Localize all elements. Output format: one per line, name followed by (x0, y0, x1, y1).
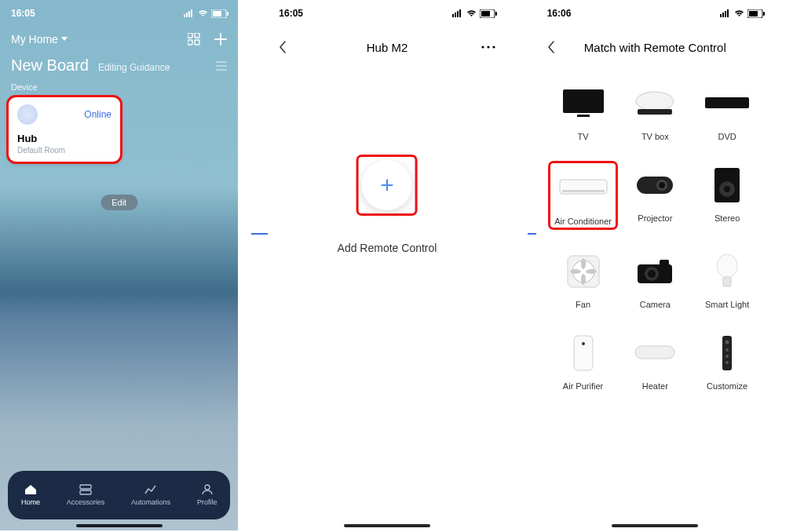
device-type-dvd[interactable]: DVD (694, 82, 760, 141)
svg-point-48 (570, 269, 581, 274)
svg-rect-11 (80, 485, 91, 489)
top-bar: My Home (0, 22, 238, 52)
edit-button[interactable]: Edit (100, 195, 137, 210)
svg-rect-27 (727, 9, 729, 17)
add-remote-label: Add Remote Control (338, 242, 437, 254)
svg-rect-56 (574, 336, 593, 370)
tab-profile-label: Profile (197, 498, 217, 506)
back-button[interactable] (547, 41, 561, 53)
signal-icon (720, 9, 731, 17)
screen-hub-m2: 16:05 Hub M2 + Add Remote Control (268, 0, 506, 530)
device-status: Online (84, 109, 111, 120)
ac-icon (556, 166, 611, 210)
status-icons (184, 9, 228, 18)
svg-rect-37 (562, 190, 605, 192)
more-button[interactable] (481, 46, 495, 49)
tab-home[interactable]: Home (21, 484, 40, 506)
svg-rect-16 (457, 11, 459, 17)
grid-icon[interactable] (188, 33, 200, 46)
svg-rect-3 (191, 9, 192, 17)
device-type-camera[interactable]: Camera (622, 250, 688, 309)
device-type-customize[interactable]: Customize (694, 331, 760, 391)
plus-icon[interactable] (214, 33, 227, 46)
device-type-smart-light[interactable]: Smart Light (694, 250, 760, 309)
nav-bar: Match with Remote Control (536, 22, 774, 58)
device-type-fan[interactable]: Fan (550, 250, 616, 309)
wifi-icon (198, 9, 208, 17)
svg-point-57 (582, 342, 585, 345)
signal-icon (452, 9, 463, 17)
device-type-air-purifier[interactable]: Air Purifier (550, 331, 616, 391)
screen-home: 16:05 My Home New Board Editing Guidance… (0, 0, 238, 530)
customize-icon (700, 331, 755, 375)
chevron-down-icon (61, 37, 68, 42)
device-room: Default Room (17, 146, 111, 155)
svg-point-13 (205, 485, 210, 490)
stereo-icon (700, 163, 755, 207)
device-type-air-conditioner[interactable]: Air Conditioner (550, 163, 616, 228)
back-button[interactable] (279, 41, 293, 53)
tab-automations[interactable]: Automations (131, 484, 170, 506)
hub-icon (17, 104, 38, 125)
svg-point-49 (586, 269, 597, 274)
wifi-icon (734, 9, 744, 17)
battery-icon (747, 9, 765, 18)
wifi-icon (466, 9, 477, 17)
svg-rect-15 (455, 13, 456, 17)
profile-icon (200, 484, 214, 495)
status-time: 16:05 (11, 8, 35, 19)
svg-point-54 (717, 254, 737, 278)
add-remote-button[interactable]: + (362, 160, 412, 210)
status-bar: 16:06 (536, 0, 774, 22)
svg-rect-29 (749, 11, 758, 16)
tab-profile[interactable]: Profile (197, 484, 217, 506)
svg-rect-34 (638, 109, 672, 115)
home-selector[interactable]: My Home (11, 33, 68, 46)
battery-icon (211, 9, 228, 18)
svg-rect-20 (495, 12, 497, 16)
heater-icon (627, 331, 682, 375)
home-indicator (344, 524, 430, 527)
tab-home-label: Home (21, 498, 40, 506)
svg-point-33 (636, 92, 674, 111)
tab-bar: Home Accessories Automations Profile (8, 471, 230, 519)
device-type-tvbox[interactable]: TV box (622, 82, 688, 141)
page-title: Hub M2 (367, 41, 408, 54)
device-type-stereo[interactable]: Stereo (694, 163, 760, 228)
status-icons (720, 9, 765, 18)
dvd-icon (700, 82, 755, 126)
status-bar: 16:05 (268, 0, 506, 22)
nav-bar: Hub M2 (268, 22, 506, 58)
svg-rect-30 (763, 12, 765, 16)
device-type-tv[interactable]: TV (550, 82, 616, 141)
device-type-heater[interactable]: Heater (622, 331, 688, 391)
home-icon (24, 484, 38, 495)
editing-guidance-link[interactable]: Editing Guidance (98, 62, 170, 73)
menu-lines-icon[interactable] (216, 61, 227, 71)
projector-icon (627, 163, 682, 207)
svg-rect-32 (577, 115, 590, 117)
light-icon (700, 250, 755, 293)
svg-rect-8 (195, 33, 199, 38)
battery-icon (480, 9, 497, 18)
purifier-icon (556, 331, 611, 375)
tab-accessories[interactable]: Accessories (67, 484, 105, 506)
screen-match-remote: 16:06 Match with Remote Control TV TV bo… (536, 0, 774, 530)
fan-icon (556, 250, 611, 293)
page-title: Match with Remote Control (584, 41, 726, 54)
svg-point-46 (581, 258, 586, 269)
device-type-projector[interactable]: Projector (622, 163, 688, 228)
svg-point-53 (648, 270, 656, 278)
device-card-hub[interactable]: Online Hub Default Room (8, 97, 121, 162)
svg-rect-12 (80, 490, 91, 494)
status-time: 16:06 (547, 8, 572, 19)
svg-point-62 (725, 355, 729, 358)
svg-point-47 (581, 274, 586, 285)
home-selector-label: My Home (11, 33, 58, 46)
svg-point-61 (725, 348, 729, 352)
svg-rect-9 (188, 40, 192, 45)
device-type-grid: TV TV box DVD Air Conditioner Projector (536, 58, 774, 391)
tv-icon (556, 82, 611, 126)
svg-rect-7 (188, 33, 192, 38)
svg-rect-55 (723, 277, 731, 286)
